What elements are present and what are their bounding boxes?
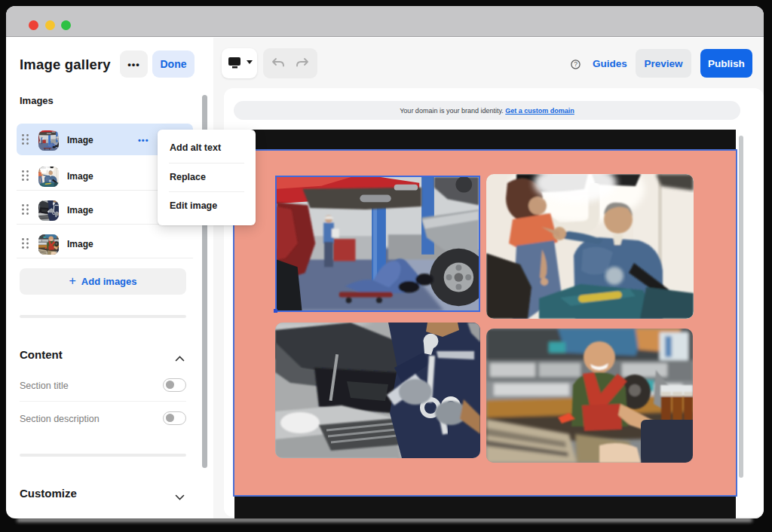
svg-text:?: ? <box>574 60 577 68</box>
